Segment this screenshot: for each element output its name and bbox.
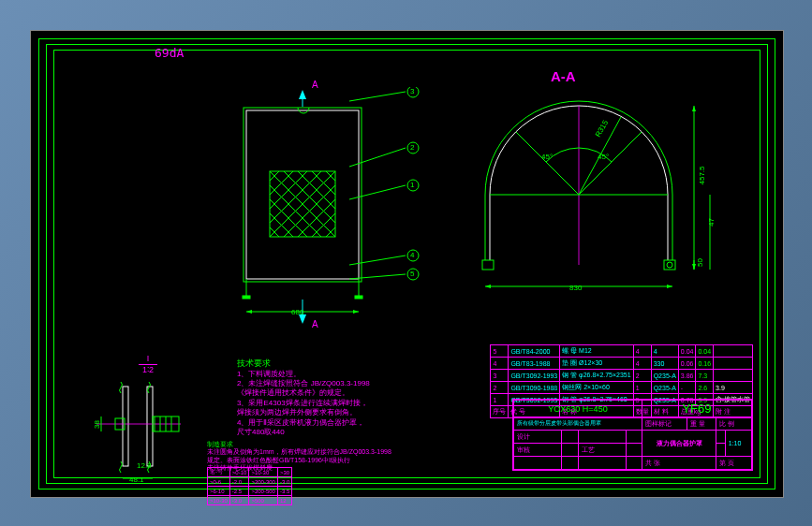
svg-marker-28 [299, 90, 306, 99]
svg-point-50 [667, 262, 672, 268]
svg-marker-52 [485, 285, 491, 288]
balloon-leaders [349, 87, 434, 293]
bom-row: 5GB/T84-2000螺 母 M12440.040.04 [491, 345, 753, 358]
weld-tolerance-table: 名-号>0-10>10-30>30 >0-6-2.0>200-300-3.0 >… [207, 467, 292, 505]
dim-section-width: 830 [569, 284, 582, 292]
dim-section-top: 47 [707, 218, 716, 226]
balloon-2: 2 [410, 143, 414, 152]
section-arrow-a-top: A [312, 80, 318, 90]
drawing-id-label: 69dA [155, 46, 184, 60]
svg-line-36 [349, 185, 406, 199]
svg-marker-53 [667, 285, 672, 288]
section-aa-view [452, 82, 733, 321]
section-arrow-a-bottom: A [312, 319, 318, 329]
bom-row: 3GB/T3092-1993钢 管 φ26.8×2.75×23512Q235-A… [491, 370, 753, 382]
svg-rect-48 [482, 260, 494, 270]
part-number: YF69 [645, 402, 748, 416]
svg-marker-26 [246, 310, 252, 314]
svg-marker-55 [692, 106, 696, 111]
technical-notes: 技术要求 1、下料调质处理。 2、未注焊缝按照符合 JB/ZQ003.3-199… [237, 358, 370, 437]
dim-section-h: 457.5 [698, 166, 706, 184]
svg-line-43 [516, 132, 579, 195]
title-block: YOX630 H=450 YF69 所有级带分层皮带头部偶合器用罩 图样标记重 … [512, 399, 753, 471]
detail-i-label: I 1∶2 [139, 354, 157, 375]
dim-ang45b: 45° [598, 153, 609, 161]
balloon-4: 4 [410, 251, 414, 259]
balloon-3: 3 [410, 87, 414, 95]
params-cell: YOX630 H=450 [517, 404, 639, 414]
dim-ang45a: 45° [541, 153, 553, 161]
bom-row: 2GB/T3090-1988钢丝网 2×10×601Q235-A-2.63.9 [491, 382, 753, 394]
svg-line-44 [579, 132, 642, 195]
svg-rect-0 [246, 110, 359, 279]
usage-cell: 所有级带分层皮带头部偶合器用罩 [514, 417, 642, 431]
svg-rect-60 [147, 387, 153, 466]
balloon-1: 1 [410, 181, 414, 189]
svg-rect-1 [244, 108, 362, 282]
dim-front-width: 680 [291, 308, 303, 316]
svg-rect-4 [243, 296, 250, 299]
bom-row: 4GB/T83-1988垫 圈 Ø12×3043300.060.16 [491, 358, 753, 370]
dim-detail-h: 38 [93, 420, 101, 429]
svg-line-38 [349, 256, 406, 265]
svg-line-32 [349, 92, 406, 101]
balloon-5: 5 [410, 270, 414, 278]
drawing-title: 液力偶合器护罩 [642, 431, 716, 457]
svg-marker-27 [353, 310, 359, 314]
svg-rect-59 [123, 387, 128, 466]
svg-line-34 [349, 148, 406, 167]
dim-detail-x: 12.8 [137, 461, 152, 470]
svg-line-40 [349, 274, 406, 279]
dim-foot: 50 [696, 258, 704, 267]
svg-rect-5 [355, 296, 362, 299]
dim-detail-w: 48.1 [129, 475, 144, 484]
detail-i-view [87, 377, 218, 485]
